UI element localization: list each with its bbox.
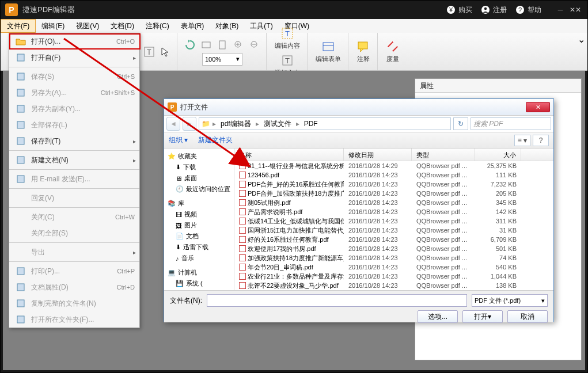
menu-document[interactable]: 文档(D) — [105, 19, 140, 33]
nav-fwd-button[interactable]: ► — [183, 117, 196, 131]
menu-form[interactable]: 表单(R) — [175, 19, 210, 33]
crumb-0[interactable]: pdf编辑器 — [218, 119, 253, 129]
menu-view[interactable]: 视图(V) — [70, 19, 105, 33]
options-button[interactable]: 选项... — [418, 310, 458, 323]
file-type: QQBrowser pdf ... — [412, 264, 475, 271]
search-input[interactable]: 搜索 PDF — [471, 117, 551, 130]
side-pictures[interactable]: 🖼图片 — [166, 220, 232, 231]
col-size[interactable]: 大小 — [475, 149, 521, 161]
file-row[interactable]: 批评不22要虚设对象_马少华.pdf2016/10/28 14:23QQBrow… — [234, 281, 553, 290]
minimize-button[interactable]: ─ — [553, 4, 568, 16]
menu-item-3[interactable]: 保存(S)Ctrl+S — [9, 68, 139, 85]
zoom-out-icon[interactable] — [248, 38, 261, 52]
save-icon — [14, 71, 28, 82]
menu-item-6[interactable]: 全部保存(L) — [9, 117, 139, 133]
help2-button[interactable]: ? — [533, 135, 549, 146]
menu-item-9[interactable]: 新建文档(N)▸ — [9, 152, 139, 168]
file-row[interactable]: 好的关16系胜过任何教育.pdf2016/10/28 14:23QQBrowse… — [234, 235, 553, 244]
side-system[interactable]: 💾系统 ( — [166, 278, 232, 289]
edit-form-button[interactable]: 编辑表单 — [313, 39, 343, 64]
menu-item-22[interactable]: 复制完整的文件名(N) — [9, 295, 139, 311]
fit-page-icon[interactable] — [215, 38, 229, 52]
file-row[interactable]: 产品需求说明书.pdf2016/10/28 14:23QQBrowser pdf… — [234, 207, 553, 216]
menu-item-15[interactable]: 关闭(C)Ctrl+W — [9, 209, 139, 225]
register-button[interactable]: 注册 — [480, 5, 507, 15]
dialog-close-button[interactable]: ✕ — [526, 102, 550, 112]
menu-annotate[interactable]: 注释(C) — [140, 19, 175, 33]
filetype-filter[interactable]: PDF 文件 (*.pdf)▾ — [472, 294, 548, 307]
menu-item-4[interactable]: 另存为(A)...Ctrl+Shift+S — [9, 85, 139, 101]
view-button[interactable]: ≡ ▾ — [514, 135, 530, 146]
file-row[interactable]: 国网浙15江电力加快推广电能替代_项丹...2016/10/28 14:23QQ… — [234, 226, 553, 235]
annotate-button[interactable]: 注释 — [354, 39, 373, 64]
menu-item-23[interactable]: 打开所在文件夹(F)... — [9, 311, 139, 328]
file-row[interactable]: 低碳14工业化_低碳城镇化与我国低碳经...2016/10/28 14:23QQ… — [234, 216, 553, 226]
file-row[interactable]: 01_11--银行业务与信息化系统分析（重...2016/10/28 14:29… — [234, 161, 553, 170]
side-videos[interactable]: 🎞视频 — [166, 209, 232, 220]
nav-back-button[interactable]: ◄ — [166, 117, 180, 131]
side-xunlei[interactable]: ⬇迅雷下载 — [166, 242, 232, 253]
zoom-in-icon[interactable] — [232, 38, 245, 52]
text-cursor-icon[interactable]: T — [142, 45, 156, 59]
file-row[interactable]: 测05试用例.pdf2016/10/28 14:23QQBrowser pdf … — [234, 198, 553, 207]
file-size: 501 KB — [475, 245, 521, 252]
file-type: QQBrowser pdf ... — [412, 199, 475, 206]
side-downloads[interactable]: ⬇下载 — [166, 162, 232, 173]
side-desktop[interactable]: 🖥桌面 — [166, 173, 232, 184]
side-libraries[interactable]: 📚库 — [166, 198, 232, 209]
refresh-button[interactable]: ↻ — [453, 117, 468, 130]
side-favorites[interactable]: ⭐收藏夹 — [166, 151, 232, 162]
maximize-button[interactable]: ✕✕ — [568, 4, 583, 16]
toolbar-chevron-icon[interactable]: ⌄ — [578, 34, 585, 45]
cancel-button[interactable]: 取消 — [507, 310, 548, 323]
menu-item-7[interactable]: 保存到(T)▸ — [9, 133, 139, 149]
side-recent[interactable]: 🕘最近访问的位置 — [166, 184, 232, 195]
menu-edit[interactable]: 编辑(E) — [36, 19, 70, 33]
menu-object[interactable]: 对象(B) — [210, 19, 244, 33]
file-size: 1,044 KB — [475, 273, 521, 280]
side-documents[interactable]: 📄文档 — [166, 231, 232, 242]
menu-file[interactable]: 文件(F) — [1, 19, 36, 33]
rotate-icon[interactable] — [183, 38, 197, 52]
col-name[interactable]: 名称 — [234, 149, 344, 161]
breadcrumb-path[interactable]: 📁 ▸ pdf编辑器 ▸ 测试文件 ▸ PDF — [199, 117, 451, 130]
menu-item-16[interactable]: 关闭全部(S) — [9, 225, 139, 241]
menu-item-5[interactable]: 另存为副本(Y)... — [9, 101, 139, 117]
open-button[interactable]: 打开 ▾ — [462, 310, 503, 323]
menu-item-20[interactable]: 打印(P)...Ctrl+P — [9, 263, 139, 279]
menu-item-13[interactable]: 回复(V) — [9, 190, 139, 206]
newfolder-button[interactable]: 新建文件夹 — [198, 135, 233, 145]
file-row[interactable]: 年会节20目_串词稿.pdf2016/10/28 14:23QQBrowser … — [234, 262, 553, 272]
file-date: 2016/10/28 14:29 — [344, 162, 412, 169]
edit-content-button[interactable]: T编辑内容 — [272, 25, 302, 51]
side-computer[interactable]: 💻计算机 — [166, 267, 232, 278]
menu-item-21[interactable]: 文档属性(D)Ctrl+D — [9, 279, 139, 295]
file-row[interactable]: 欢迎使用17我的书房.pdf2016/10/28 14:23QQBrowser … — [234, 244, 553, 253]
side-music[interactable]: ♪音乐 — [166, 253, 232, 264]
file-row[interactable]: 农业行21业：多数品种产量及库存消费...2016/10/28 14:23QQB… — [234, 272, 553, 281]
star-icon: ⭐ — [168, 153, 176, 160]
menu-item-11[interactable]: 用 E-mail 发送(E)... — [9, 171, 139, 187]
measure-button[interactable]: 度量 — [384, 39, 402, 64]
filename-input[interactable] — [207, 294, 467, 307]
file-row[interactable]: 123456.pdf2016/10/28 14:23QQBrowser pdf … — [234, 170, 553, 180]
menu-item-18[interactable]: 导出▸ — [9, 244, 139, 260]
crumb-1[interactable]: 测试文件 — [261, 119, 294, 129]
organize-button[interactable]: 组织 ▾ — [169, 135, 188, 145]
side-localdisk[interactable]: 💾本地磁盘 ( — [166, 289, 232, 290]
col-type[interactable]: 类型 — [412, 149, 475, 161]
fit-width-icon[interactable] — [199, 38, 213, 52]
file-row[interactable]: PDF合并_好的关16系胜过任何教育_农业...2016/10/28 14:23… — [234, 180, 553, 189]
pointer-icon[interactable] — [158, 45, 172, 59]
buy-button[interactable]: ¥ 购买 — [446, 5, 472, 15]
menu-item-1[interactable]: 打开自(F)▸ — [9, 50, 139, 66]
zoom-combo[interactable]: 100%▾ — [202, 53, 242, 66]
file-row[interactable]: PDF合并_加强政策扶持18力度推广新能...2016/10/28 14:23Q… — [234, 189, 553, 198]
titlebar: P 捷速PDF编辑器 ¥ 购买 注册 ? 帮助 ─ ✕✕ — [1, 1, 587, 19]
crumb-2[interactable]: PDF — [302, 120, 320, 128]
col-date[interactable]: 修改日期 — [344, 149, 412, 161]
menu-item-0[interactable]: 打开(O)...Ctrl+O — [9, 33, 139, 50]
file-type: QQBrowser pdf ... — [412, 162, 475, 169]
file-row[interactable]: 加强政策扶持18力度推广新能源车_武建...2016/10/28 14:23QQ… — [234, 253, 553, 262]
help-button[interactable]: ? 帮助 — [515, 5, 541, 15]
